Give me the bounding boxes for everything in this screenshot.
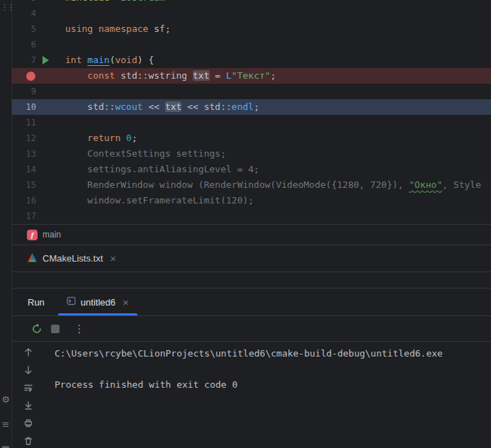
gutter[interactable] xyxy=(36,52,65,68)
code-line[interactable]: 3#include <iostream> xyxy=(12,0,491,6)
console-line: Process finished with exit code 0 xyxy=(55,377,491,393)
drag-dots-icon[interactable]: ⋮⋮ xyxy=(1,4,13,11)
line-number[interactable]: 5 xyxy=(13,21,36,37)
run-console[interactable]: C:\Users\rcybe\CLionProjects\untitled6\c… xyxy=(12,341,491,448)
code-line[interactable]: 4 xyxy=(12,6,491,21)
code-text: std::wcout << txt << std::endl; xyxy=(65,99,491,115)
code-line[interactable]: 13 ContextSettings settings; xyxy=(12,146,491,162)
code-line[interactable]: 6 xyxy=(12,37,491,52)
stripe-bottom-buttons: ⚙ ≡ ▦ xyxy=(0,395,11,448)
code-token: = xyxy=(210,70,226,81)
line-number[interactable]: 6 xyxy=(13,37,36,52)
code-line[interactable]: const std::wstring txt = L"Текст"; xyxy=(12,68,491,84)
run-panel-title: Run xyxy=(28,297,45,308)
gutter xyxy=(36,208,65,224)
code-text: RenderWindow window (RenderWindow(VideoM… xyxy=(65,177,491,193)
code-line[interactable]: 7int main(void) { xyxy=(12,52,491,68)
line-number[interactable]: 9 xyxy=(13,84,36,99)
close-icon[interactable]: × xyxy=(110,253,116,264)
code-token: RenderWindow window (RenderWindow(VideoM… xyxy=(65,179,409,190)
tab-label: CMakeLists.txt xyxy=(43,253,103,264)
code-token: std::wstring xyxy=(115,70,193,81)
code-editor[interactable]: 3#include <iostream>45using namespace sf… xyxy=(12,0,491,224)
code-token: using namespace xyxy=(65,23,148,34)
tab-label: untitled6 xyxy=(81,297,115,308)
code-line[interactable]: 5using namespace sf; xyxy=(12,21,491,37)
code-token: L xyxy=(226,70,232,81)
stop-button[interactable] xyxy=(46,320,64,338)
code-text: settings.antiAliasingLevel = 4; xyxy=(65,162,491,177)
code-text: using namespace sf; xyxy=(65,21,491,37)
code-token: , Style xyxy=(442,179,481,190)
gutter xyxy=(36,193,65,208)
line-number[interactable]: 3 xyxy=(13,0,36,6)
line-number[interactable]: 11 xyxy=(13,115,36,130)
rerun-button[interactable] xyxy=(28,320,46,338)
code-token: "Окно" xyxy=(409,179,442,190)
code-text xyxy=(65,37,491,52)
console-icon xyxy=(67,296,76,308)
line-number[interactable]: 15 xyxy=(13,177,36,193)
tab-cmakelists[interactable]: CMakeLists.txt × xyxy=(12,245,123,271)
code-token: txt xyxy=(165,101,181,112)
main-area: 3#include <iostream>45using namespace sf… xyxy=(12,0,491,448)
code-token: "Текст" xyxy=(232,70,271,81)
code-token: main xyxy=(87,55,109,65)
code-line[interactable]: 11 xyxy=(12,115,491,130)
code-text xyxy=(65,84,491,99)
down-stack-trace-icon[interactable] xyxy=(23,365,33,375)
code-line[interactable]: 12 return 0; xyxy=(12,130,491,146)
code-token: void xyxy=(115,55,137,65)
run-arrow-icon[interactable] xyxy=(43,56,49,65)
line-number[interactable]: 16 xyxy=(13,193,36,208)
breakpoint-icon[interactable] xyxy=(13,68,36,84)
code-line[interactable]: 15 RenderWindow window (RenderWindow(Vid… xyxy=(12,177,491,193)
code-token: std:: xyxy=(65,101,115,112)
code-line[interactable]: 14 settings.antiAliasingLevel = 4; xyxy=(12,162,491,177)
tab-untitled6[interactable]: untitled6 × xyxy=(58,289,137,315)
code-token: ; xyxy=(271,70,276,81)
console-output[interactable]: C:\Users\rcybe\CLionProjects\untitled6\c… xyxy=(45,342,491,448)
code-token xyxy=(65,70,87,81)
editor-tab-bar: CMakeLists.txt × xyxy=(12,245,491,271)
scroll-to-end-icon[interactable] xyxy=(23,401,33,410)
gutter xyxy=(36,177,65,193)
code-line[interactable]: 9 xyxy=(12,84,491,99)
gutter[interactable] xyxy=(36,68,65,84)
more-options-button[interactable]: ⋮ xyxy=(70,320,89,338)
code-token: settings.antiAliasingLevel = 4; xyxy=(65,164,259,174)
list-icon[interactable]: ≡ xyxy=(2,420,10,429)
gutter xyxy=(36,162,65,177)
code-token: <iostream> xyxy=(115,0,170,3)
line-number[interactable]: 17 xyxy=(13,208,36,224)
line-number[interactable]: 7 xyxy=(13,52,36,68)
grid-icon[interactable]: ▦ xyxy=(1,444,10,448)
code-token xyxy=(65,133,87,143)
gear-icon[interactable]: ⚙ xyxy=(1,395,10,404)
line-number[interactable]: 12 xyxy=(13,130,36,146)
code-token: 0 xyxy=(126,133,132,143)
line-number[interactable]: 13 xyxy=(13,146,36,162)
code-token: txt xyxy=(193,70,209,81)
line-number[interactable]: 4 xyxy=(13,6,36,21)
code-text: #include <iostream> xyxy=(65,0,491,6)
gutter xyxy=(36,130,65,146)
line-number[interactable]: 10 xyxy=(13,99,36,115)
soft-wrap-icon[interactable] xyxy=(23,383,33,393)
up-stack-trace-icon[interactable] xyxy=(23,347,33,357)
print-icon[interactable] xyxy=(23,418,33,428)
code-token: ContextSettings settings; xyxy=(65,148,226,159)
code-line[interactable]: 10 std::wcout << txt << std::endl; xyxy=(12,99,491,115)
clear-all-icon[interactable] xyxy=(23,436,33,446)
breadcrumb-bar: f main xyxy=(12,224,491,245)
code-line[interactable]: 16 window.setFramerateLimit(120); xyxy=(12,193,491,208)
code-text: int main(void) { xyxy=(65,52,491,68)
breadcrumb-item[interactable]: main xyxy=(43,230,61,240)
code-line[interactable]: 17 xyxy=(12,208,491,224)
close-icon[interactable]: × xyxy=(123,297,129,308)
code-token: return xyxy=(87,133,126,143)
breakpoint-dot[interactable] xyxy=(26,72,35,81)
code-token: endl xyxy=(232,101,254,112)
code-token: const xyxy=(87,70,115,81)
line-number[interactable]: 14 xyxy=(13,162,36,177)
